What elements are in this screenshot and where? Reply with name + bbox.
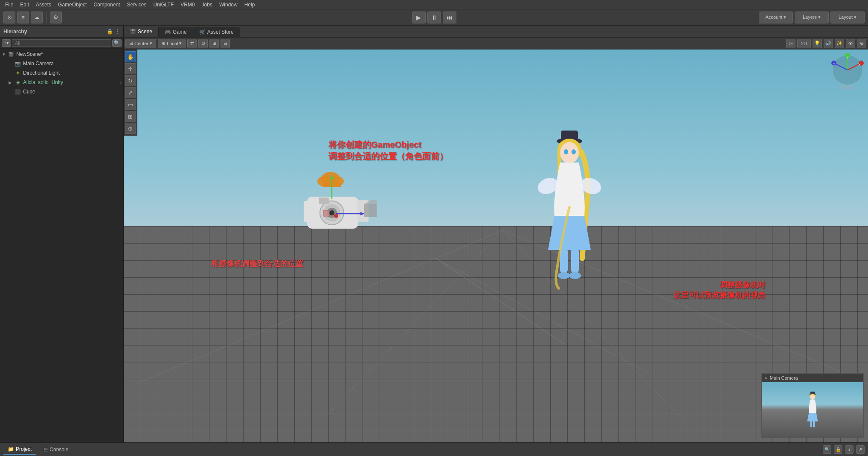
gizmo-btn[interactable]: ⊕: [857, 39, 866, 48]
svg-rect-49: [813, 421, 815, 427]
svg-rect-48: [810, 421, 813, 427]
hierarchy-item-directionallight[interactable]: ☀ Directional Light: [0, 68, 123, 78]
center-arrow: ▾: [150, 41, 152, 46]
2d-btn[interactable]: 2D: [797, 39, 811, 48]
pause-button[interactable]: ⏸: [427, 12, 441, 23]
toolbar-icon-btn-2[interactable]: ≡: [17, 12, 29, 23]
hierarchy-item-alicia[interactable]: ▶ ◈ Alicia_solid_Unity ›: [0, 78, 123, 87]
camera-preview-character: [800, 389, 825, 433]
local-icon: ⊕: [162, 41, 165, 46]
console-label: Console: [49, 447, 68, 453]
tab-scene[interactable]: 🎬 Scene: [124, 27, 159, 37]
step-button[interactable]: ⏭: [443, 12, 456, 23]
bottom-lock-icon[interactable]: 🔒: [834, 445, 842, 454]
local-dropdown[interactable]: ⊕ Local ▾: [158, 39, 186, 48]
menu-component[interactable]: Component: [90, 1, 123, 9]
hierarchy-search-icon[interactable]: 🔍: [112, 39, 122, 47]
menu-bar: File Edit Assets GameObject Component Se…: [0, 0, 868, 9]
hierarchy-panel: Hierarchy 🔒 ⋮ +▾ 🔍 ▼ 🎬 NewScene* 📷 Main …: [0, 26, 124, 442]
menu-jobs[interactable]: Jobs: [198, 1, 216, 9]
play-button[interactable]: ▶: [412, 12, 426, 23]
hierarchy-search-input[interactable]: [12, 39, 111, 47]
tab-asset-store[interactable]: 🛒 Asset Store: [193, 27, 240, 37]
camera-preview-content: [762, 382, 863, 438]
toolbar-layers-btn[interactable]: Layers ▾: [795, 12, 829, 23]
menu-vrm0[interactable]: VRM0: [177, 1, 198, 9]
menu-file[interactable]: File: [2, 1, 17, 9]
scene-area: 🎬 Scene 🎮 Game 🛒 Asset Store ⊞ Center ▾ …: [124, 26, 868, 442]
menu-help[interactable]: Help: [241, 1, 258, 9]
center-dropdown[interactable]: ⊞ Center ▾: [125, 39, 156, 48]
tab-console[interactable]: ⊟ Console: [39, 445, 73, 454]
hierarchy-title: Hierarchy: [3, 29, 27, 35]
scene-toolbar-right: ◎ 2D 💡 🔊 ✨ 👁 ⊕: [786, 39, 866, 48]
scene-grid-icon[interactable]: ⊟: [221, 39, 230, 48]
scale-tool[interactable]: ⤢: [125, 87, 136, 98]
fx-btn[interactable]: ✨: [835, 39, 844, 48]
toolbar-icon-btn-4[interactable]: ⚙: [50, 12, 62, 23]
hierarchy-add-btn[interactable]: +▾: [2, 39, 11, 47]
light-icon: ☀: [15, 70, 21, 76]
scene-move-icon[interactable]: ⇄: [187, 39, 197, 48]
transform-tool[interactable]: ⊞: [125, 111, 136, 122]
tab-game[interactable]: 🎮 Game: [159, 27, 193, 37]
scene-viewport[interactable]: ✋ ✛ ↻ ⤢ ▭ ⊞ ⊙: [124, 49, 868, 442]
camera-preview-dot: ●: [764, 375, 767, 380]
menu-assets[interactable]: Assets: [32, 1, 55, 9]
bottom-info-icon[interactable]: ℹ: [845, 445, 853, 454]
hierarchy-item-newscene[interactable]: ▼ 🎬 NewScene*: [0, 49, 123, 59]
rect-tool[interactable]: ▭: [125, 99, 136, 110]
left-tools-panel: ✋ ✛ ↻ ⤢ ▭ ⊞ ⊙: [124, 49, 137, 136]
scene-vis-btn[interactable]: 👁: [846, 39, 855, 48]
audio-btn[interactable]: 🔊: [824, 39, 833, 48]
main-layout: Hierarchy 🔒 ⋮ +▾ 🔍 ▼ 🎬 NewScene* 📷 Main …: [0, 26, 868, 442]
rotate-tool[interactable]: ↻: [125, 75, 136, 86]
svg-point-32: [558, 272, 570, 279]
hand-tool[interactable]: ✋: [125, 51, 136, 62]
scene-tab-icon: 🎬: [130, 29, 136, 35]
svg-rect-18: [364, 204, 377, 217]
svg-text:Z: Z: [833, 63, 835, 67]
toolbar-icon-btn-3[interactable]: ☁: [31, 12, 43, 23]
light-btn[interactable]: 💡: [813, 39, 822, 48]
scene-label: NewScene*: [16, 51, 43, 57]
play-controls: ▶ ⏸ ⏭: [412, 12, 456, 23]
scene-rect-icon[interactable]: ⊞: [209, 39, 219, 48]
alicia-label: Alicia_solid_Unity: [23, 79, 63, 85]
menu-services[interactable]: Services: [123, 1, 150, 9]
hierarchy-more-icon[interactable]: ⋮: [115, 29, 120, 35]
bottom-arrow-icon[interactable]: ↗: [856, 445, 865, 454]
game-tab-icon: 🎮: [165, 29, 171, 35]
toolbar-layout-btn[interactable]: Layout ▾: [830, 12, 865, 23]
hierarchy-content: ▼ 🎬 NewScene* 📷 Main Camera ☀ Directiona…: [0, 49, 123, 442]
menu-ungltf[interactable]: UniGLTF: [150, 1, 177, 9]
hierarchy-item-maincamera[interactable]: 📷 Main Camera: [0, 59, 123, 68]
scene-tab-label: Scene: [138, 29, 152, 35]
toolbar-account-btn[interactable]: Account ▾: [759, 12, 793, 23]
hierarchy-lock-icon[interactable]: 🔒: [107, 29, 113, 35]
camera-preview-title: Main Camera: [770, 375, 798, 380]
toolbar-icon-btn-1[interactable]: ⊙: [3, 12, 15, 23]
scene-floor: [124, 226, 868, 442]
bottom-search-icon[interactable]: 🔍: [823, 445, 831, 454]
preview-char-svg: [800, 389, 825, 432]
menu-edit[interactable]: Edit: [17, 1, 32, 9]
scene-gizmo: X Y Z Persp: [830, 53, 865, 87]
render-mode-btn[interactable]: ◎: [786, 39, 795, 48]
local-label: Local: [167, 41, 178, 46]
tab-project[interactable]: 📁 Project: [3, 444, 36, 455]
camera-3d-object: [286, 163, 380, 241]
camera-preview-header: ● Main Camera: [762, 374, 863, 382]
move-tool[interactable]: ✛: [125, 63, 136, 74]
toolbar-right: Account ▾ Layers ▾ Layout ▾: [759, 12, 865, 23]
hierarchy-item-cube[interactable]: ⬛ Cube: [0, 87, 123, 96]
camera-icon: 📷: [15, 60, 21, 67]
menu-gameobject[interactable]: GameObject: [55, 1, 90, 9]
cube-label: Cube: [23, 89, 35, 95]
scene-tabs: 🎬 Scene 🎮 Game 🛒 Asset Store: [124, 26, 868, 38]
custom-tool[interactable]: ⊙: [125, 123, 136, 134]
menu-window[interactable]: Window: [216, 1, 241, 9]
bottom-right: 🔍 🔒 ℹ ↗: [823, 445, 865, 454]
scene-scale-icon[interactable]: ⊘: [198, 39, 208, 48]
light-label: Directional Light: [23, 70, 60, 76]
